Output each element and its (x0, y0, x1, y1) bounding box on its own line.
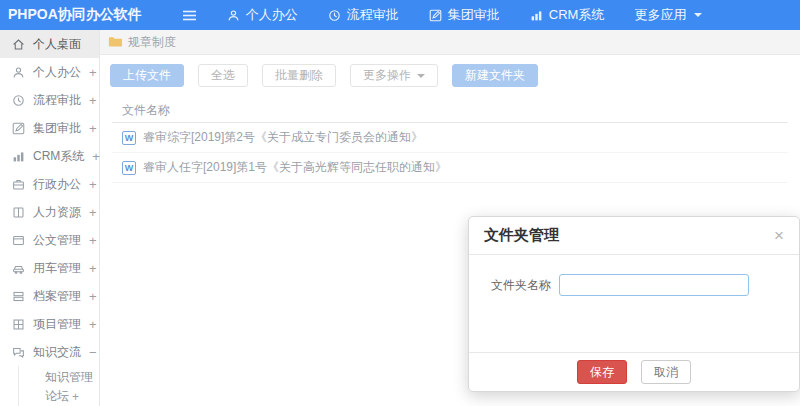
upload-file-button[interactable]: 上传文件 (110, 64, 184, 87)
nav-item-group-approval[interactable]: 集团审批 (429, 6, 500, 24)
more-actions-label: 更多操作 (363, 67, 411, 84)
nav-item-label: 集团审批 (448, 6, 500, 24)
user-icon (227, 9, 240, 22)
expand-indicator: + (89, 233, 97, 248)
folder-management-modal: 文件夹管理 × 文件夹名称 保存 取消 (468, 216, 800, 392)
sidebar-item-document-management[interactable]: 公文管理 + (0, 226, 99, 254)
sidebar-item-label: CRM系统 (33, 148, 84, 165)
history-icon (328, 9, 341, 22)
sidebar-item-label: 集团审批 (33, 120, 81, 137)
expand-indicator: + (72, 390, 79, 404)
sidebar-item-label: 个人办公 (33, 64, 81, 81)
nav-item-label: 个人办公 (246, 6, 298, 24)
book-icon (12, 206, 25, 219)
sidebar: 个人桌面 个人办公 + 流程审批 + 集团审批 + CRM系统 + 行政办公 +… (0, 30, 100, 406)
history-icon (12, 94, 25, 107)
sidebar-item-label: 知识交流 (33, 344, 81, 361)
new-folder-button[interactable]: 新建文件夹 (452, 64, 538, 87)
file-name-link[interactable]: 睿审综字[2019]第2号《关于成立专门委员会的通知》 (143, 129, 423, 146)
sidebar-item-knowledge-exchange[interactable]: 知识交流 − (0, 338, 99, 366)
expand-indicator: + (89, 317, 97, 332)
word-file-icon: W (122, 161, 136, 175)
breadcrumb: 规章制度 (100, 30, 800, 55)
navbar-menu: 个人办公 流程审批 集团审批 CRM系统 更多应用 (227, 6, 703, 24)
expand-indicator: + (89, 205, 97, 220)
file-name-link[interactable]: 睿审人任字[2019]第1号《关于高光辉等同志任职的通知》 (143, 159, 447, 176)
caret-down-icon (694, 13, 702, 17)
sidebar-item-admin-office[interactable]: 行政办公 + (0, 170, 99, 198)
sidebar-subitem-label: 知识管理 (45, 369, 93, 386)
nav-item-label: 更多应用 (634, 6, 686, 24)
table-row: W 睿审综字[2019]第2号《关于成立专门委员会的通知》 (112, 123, 788, 153)
sidebar-item-archive-management[interactable]: 档案管理 + (0, 282, 99, 310)
nav-item-process-approval[interactable]: 流程审批 (328, 6, 399, 24)
expand-indicator: + (89, 121, 97, 136)
nav-item-label: 流程审批 (347, 6, 399, 24)
grid-icon (12, 318, 25, 331)
sidebar-subitem-knowledge-management[interactable]: 知识管理 (19, 368, 99, 387)
edit-icon (429, 9, 442, 22)
nav-item-more-apps[interactable]: 更多应用 (634, 6, 702, 24)
nav-item-crm-system[interactable]: CRM系统 (530, 6, 605, 24)
expand-indicator: + (89, 177, 97, 192)
select-all-button[interactable]: 全选 (198, 64, 248, 87)
sidebar-item-label: 用车管理 (33, 260, 81, 277)
briefcase-icon (12, 178, 25, 191)
sidebar-toggle-button[interactable] (182, 9, 197, 22)
sidebar-item-vehicle-management[interactable]: 用车管理 + (0, 254, 99, 282)
sidebar-subitem-forum[interactable]: 论坛 + (19, 387, 99, 406)
modal-header: 文件夹管理 × (469, 217, 799, 255)
batch-delete-button[interactable]: 批量删除 (262, 64, 336, 87)
sidebar-item-personal-desktop[interactable]: 个人桌面 (0, 30, 99, 58)
toolbar: 上传文件 全选 批量删除 更多操作 新建文件夹 (100, 55, 800, 95)
sidebar-item-label: 公文管理 (33, 232, 81, 249)
sidebar-item-label: 人力资源 (33, 204, 81, 221)
menu-icon (182, 9, 197, 22)
expand-indicator: + (89, 65, 97, 80)
app-logo: PHPOA协同办公软件 (0, 6, 142, 24)
caret-down-icon (417, 74, 425, 78)
edit-icon (12, 122, 25, 135)
save-button[interactable]: 保存 (577, 360, 627, 384)
chat-icon (12, 346, 25, 359)
main-content: 规章制度 上传文件 全选 批量删除 更多操作 新建文件夹 文件名称 W 睿审综字… (100, 30, 800, 183)
sidebar-subitem-label: 论坛 (45, 388, 72, 405)
sidebar-item-label: 流程审批 (33, 92, 81, 109)
folder-name-form-row: 文件夹名称 (491, 274, 799, 296)
sidebar-item-label: 行政办公 (33, 176, 81, 193)
folder-name-input[interactable] (559, 274, 749, 296)
cancel-button[interactable]: 取消 (641, 360, 691, 384)
expand-indicator: + (92, 149, 100, 164)
sidebar-item-human-resources[interactable]: 人力资源 + (0, 198, 99, 226)
expand-indicator: + (89, 261, 97, 276)
top-navbar: PHPOA协同办公软件 个人办公 流程审批 集团审批 (0, 0, 800, 30)
sidebar-item-process-approval[interactable]: 流程审批 + (0, 86, 99, 114)
document-icon (12, 234, 25, 247)
sidebar-item-label: 项目管理 (33, 316, 81, 333)
word-file-icon: W (122, 131, 136, 145)
sidebar-item-crm-system[interactable]: CRM系统 + (0, 142, 99, 170)
nav-item-personal-office[interactable]: 个人办公 (227, 6, 298, 24)
expand-indicator: + (89, 289, 97, 304)
table-row: W 睿审人任字[2019]第1号《关于高光辉等同志任职的通知》 (112, 153, 788, 183)
modal-title: 文件夹管理 (484, 226, 774, 245)
sidebar-item-label: 个人桌面 (33, 36, 83, 53)
bar-chart-icon (530, 9, 543, 22)
table-header-file-name: 文件名称 (112, 97, 788, 123)
sidebar-item-project-management[interactable]: 项目管理 + (0, 310, 99, 338)
expand-indicator: + (89, 93, 97, 108)
sidebar-item-personal-office[interactable]: 个人办公 + (0, 58, 99, 86)
more-actions-button[interactable]: 更多操作 (350, 64, 438, 87)
close-icon[interactable]: × (774, 227, 784, 244)
bar-chart-icon (12, 150, 25, 163)
nav-item-label: CRM系统 (549, 6, 605, 24)
car-icon (12, 262, 25, 275)
modal-body: 文件夹名称 (469, 255, 799, 352)
sidebar-item-group-approval[interactable]: 集团审批 + (0, 114, 99, 142)
archive-icon (12, 290, 25, 303)
collapse-indicator: − (89, 345, 97, 360)
home-icon (12, 38, 25, 51)
folder-name-label: 文件夹名称 (491, 277, 551, 294)
modal-footer: 保存 取消 (469, 352, 799, 391)
sidebar-item-label: 档案管理 (33, 288, 81, 305)
